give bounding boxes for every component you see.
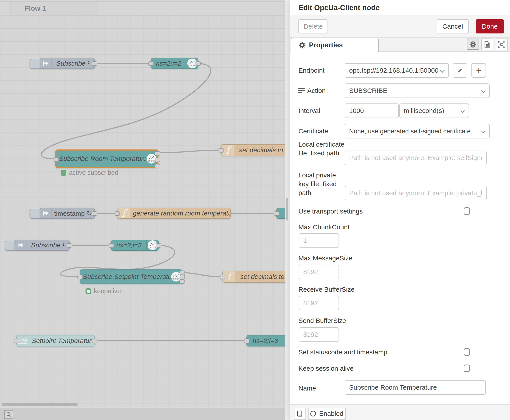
- node-value-setpoint-temperature[interactable]: 123 Setpoint Temperature: [16, 335, 95, 346]
- magnifier-icon: [6, 412, 11, 417]
- port[interactable]: [195, 61, 201, 66]
- appearance-view-button[interactable]: [496, 38, 508, 50]
- node-function-set-decimals-1[interactable]: f set decimals to 1: [221, 144, 286, 156]
- properties-view-button[interactable]: [467, 38, 479, 50]
- chevron-down-icon: [460, 109, 465, 113]
- port[interactable]: [180, 270, 185, 275]
- node-enabled-toggle[interactable]: Enabled: [308, 408, 346, 420]
- receive-buffersize-input[interactable]: [299, 296, 339, 310]
- node-label: timestamp ↻: [52, 210, 94, 217]
- description-view-button[interactable]: [481, 38, 493, 50]
- local-private-key-input[interactable]: [345, 186, 487, 200]
- port[interactable]: [14, 339, 19, 343]
- certificate-label: Certificate: [298, 127, 328, 135]
- port[interactable]: [109, 243, 114, 248]
- port[interactable]: [92, 211, 97, 216]
- flow-canvas[interactable]: Flow 1 Subscribe ¹ ns=2;i=2: [0, 0, 286, 420]
- dialog-footer: Enabled: [290, 404, 510, 420]
- interval-unit-select[interactable]: millisecond(s): [399, 104, 469, 118]
- max-chunkcount-label: Max ChunkCount: [298, 223, 349, 232]
- name-input[interactable]: [345, 380, 486, 395]
- document-icon: [484, 41, 490, 48]
- node-opcua-item-clipped[interactable]: [276, 208, 286, 219]
- enabled-circle-icon: [310, 411, 316, 416]
- node-opcua-client-subscribe-setpoint-temperature[interactable]: Subscribe Setpoint Temperature OPC UA: [80, 270, 183, 284]
- send-buffersize-input[interactable]: [299, 327, 339, 342]
- node-opcua-client-subscribe-room-temperature[interactable]: Subscribe Room Temperature OPC UA: [55, 150, 158, 168]
- port[interactable]: [155, 151, 160, 156]
- node-help-button[interactable]: [294, 408, 306, 420]
- dialog-button-row: Delete Cancel Done: [290, 15, 510, 38]
- keep-session-alive-checkbox[interactable]: [464, 365, 470, 372]
- done-button[interactable]: Done: [476, 19, 504, 33]
- node-label: Subscribe ¹: [26, 241, 69, 249]
- node-opcua-item-ns2i2[interactable]: ns=2;i=2 OPC UA: [151, 58, 198, 69]
- port[interactable]: [148, 61, 154, 66]
- port[interactable]: [180, 275, 185, 279]
- max-chunkcount-input[interactable]: [299, 233, 339, 248]
- chevron-down-icon: [440, 68, 445, 73]
- pencil-icon: [457, 67, 463, 74]
- opcua-badge-strip: [284, 336, 286, 346]
- wire[interactable]: [158, 150, 220, 152]
- cancel-button[interactable]: Cancel: [437, 19, 469, 33]
- port[interactable]: [180, 279, 185, 284]
- use-transport-label: Use transport settings: [298, 207, 363, 216]
- tab-properties[interactable]: Properties: [291, 38, 379, 52]
- port[interactable]: [274, 211, 279, 216]
- set-statuscode-label: Set statuscode and timestamp: [298, 348, 387, 357]
- node-label: ns=2;i=3: [247, 337, 284, 345]
- node-opcua-item-ns2i3[interactable]: ns=2;i=3 OPC UA: [111, 240, 159, 251]
- vertical-scrollbar-track[interactable]: [286, 0, 289, 420]
- port[interactable]: [219, 148, 224, 153]
- action-select[interactable]: SUBSCRIBE: [345, 83, 490, 98]
- action-stack-icon: [298, 88, 305, 93]
- node-status-active-subscribed: active subscribed: [61, 169, 118, 176]
- add-endpoint-button[interactable]: +: [471, 63, 486, 78]
- node-label: generate random room temperature: [130, 210, 230, 217]
- node-opcua-item-ns2i3-bottom[interactable]: ns=2;i=3: [247, 335, 286, 346]
- port[interactable]: [67, 243, 72, 248]
- local-private-key-label: Local private key file, fixed path: [298, 171, 345, 197]
- node-inject-timestamp[interactable]: timestamp ↻: [40, 208, 95, 219]
- node-inject-subscribe-2[interactable]: Subscribe ¹: [15, 240, 70, 251]
- local-certificate-input[interactable]: [345, 150, 487, 165]
- node-function-set-decimals-2[interactable]: f set decimals to 1: [222, 271, 286, 283]
- node-red-workspace: Flow 1 Subscribe ¹ ns=2;i=2: [0, 0, 510, 420]
- interval-input[interactable]: [345, 104, 399, 118]
- node-label: ns=2;i=2: [151, 60, 186, 67]
- port[interactable]: [155, 164, 160, 168]
- node-function-generate-random-room-temperature[interactable]: f generate random room temperature: [117, 208, 231, 219]
- port[interactable]: [220, 275, 225, 279]
- node-label: ns=2;i=3: [112, 241, 146, 249]
- wire[interactable]: [41, 63, 211, 159]
- delete-button[interactable]: Delete: [298, 19, 328, 33]
- port[interactable]: [92, 339, 97, 343]
- use-transport-checkbox[interactable]: [464, 207, 470, 215]
- status-dot-icon: [61, 170, 66, 176]
- port[interactable]: [92, 61, 97, 66]
- max-messagesize-input[interactable]: [299, 265, 339, 279]
- wire[interactable]: [183, 272, 221, 277]
- horizontal-scrollbar[interactable]: [2, 403, 77, 406]
- set-statuscode-checkbox[interactable]: [464, 348, 470, 356]
- plus-icon: +: [476, 66, 482, 75]
- zoom-search-button[interactable]: [4, 410, 13, 419]
- gear-icon: [470, 41, 476, 48]
- node-label: Subscribe Room Temperature: [56, 155, 146, 162]
- port[interactable]: [115, 211, 120, 216]
- port[interactable]: [155, 158, 160, 162]
- node-label: Subscribe Setpoint Temperature: [80, 273, 170, 280]
- port[interactable]: [54, 158, 59, 162]
- port[interactable]: [244, 339, 249, 343]
- inject-arrow-icon: [15, 240, 26, 250]
- edit-endpoint-button[interactable]: [453, 63, 467, 78]
- vertical-scrollbar-thumb[interactable]: [286, 198, 288, 221]
- status-ring-icon: [85, 288, 91, 294]
- port[interactable]: [156, 243, 161, 248]
- enabled-label: Enabled: [319, 410, 343, 417]
- certificate-select[interactable]: None, use generated self-signed certific…: [345, 124, 490, 138]
- endpoint-select[interactable]: opc.tcp://192.168.140.1:50000: [345, 63, 449, 78]
- node-inject-subscribe-1[interactable]: Subscribe ¹: [40, 58, 95, 69]
- port[interactable]: [77, 275, 83, 279]
